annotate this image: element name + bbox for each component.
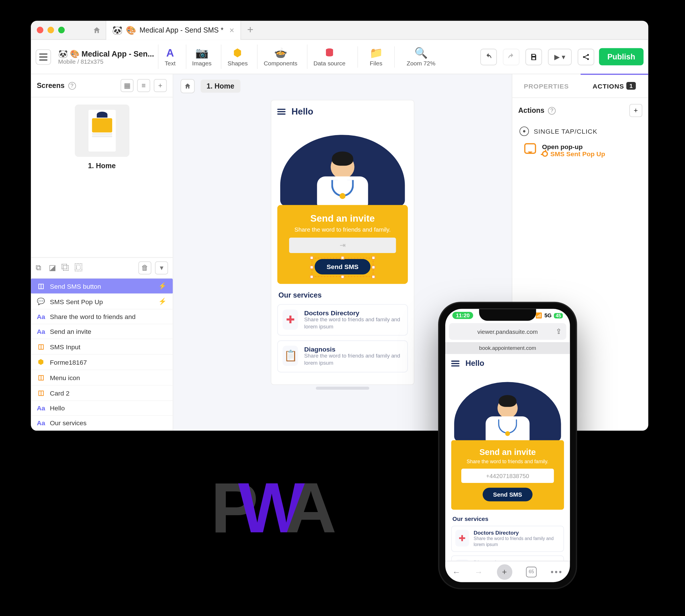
layer-row[interactable]: AaOur services [31, 416, 173, 431]
layer-label: SMS Input [50, 343, 81, 350]
popup-icon [524, 143, 536, 154]
share-button[interactable] [578, 48, 594, 65]
layer-label: SMS Sent Pop Up [50, 298, 103, 305]
add-action-button[interactable]: + [629, 104, 642, 117]
layer-row[interactable]: ◫Menu icon [31, 370, 173, 386]
hero-illustration [451, 370, 564, 441]
list-view-button[interactable]: ≡ [137, 79, 150, 92]
invite-title: Send an invite [284, 213, 401, 224]
menu-icon[interactable] [451, 360, 459, 367]
layer-menu-button[interactable]: ▾ [155, 261, 168, 274]
document-title: 🐼 🎨 Medical App - Sen... [58, 49, 154, 58]
save-button[interactable] [525, 48, 542, 65]
main-toolbar: 🐼 🎨 Medical App - Sen... Mobile / 812x37… [31, 40, 648, 74]
help-icon[interactable]: ? [548, 107, 556, 114]
play-button[interactable]: ▶ ▾ [548, 48, 572, 65]
document-tab[interactable]: 🐼 🎨 Medical App - Send SMS * × [106, 21, 241, 40]
invite-card: Send an invite Share the word to friends… [277, 205, 408, 284]
more-button[interactable]: ••• [551, 567, 563, 576]
bowl-icon: 🍲 [275, 47, 287, 59]
sms-input[interactable]: ⇥ [289, 238, 396, 253]
back-button[interactable]: ← [452, 567, 460, 576]
home-tab-button[interactable] [87, 21, 107, 40]
screens-panel-title: Screens [37, 81, 65, 90]
invite-subtitle: Share the word to friends and family. [284, 226, 401, 233]
share-icon[interactable]: ⇪ [556, 327, 562, 335]
tabs-button[interactable]: 65 [526, 566, 536, 577]
forward-button[interactable]: → [474, 567, 483, 576]
new-tab-button[interactable]: + [497, 564, 512, 579]
hello-heading: Hello [465, 359, 484, 368]
tool-shapes[interactable]: Shapes [221, 45, 253, 69]
service-card[interactable]: ✚ Doctors Directory Share the word to fr… [451, 526, 564, 551]
scroll-indicator[interactable] [316, 387, 369, 390]
design-canvas[interactable]: Hello Send an invite Share the word to f… [271, 101, 414, 384]
publish-button[interactable]: Publish [599, 48, 644, 65]
breadcrumb-home[interactable] [180, 79, 195, 93]
browser-toolbar: ← → + 65 ••• [445, 561, 570, 582]
tab-properties[interactable]: PROPERTIES [512, 74, 580, 97]
grid-view-button[interactable]: ▦ [120, 79, 134, 92]
tap-icon [520, 127, 529, 136]
pwa-logo: P W A [211, 466, 329, 548]
main-menu-button[interactable] [36, 49, 51, 65]
document-title-block: 🐼 🎨 Medical App - Sen... Mobile / 812x37… [58, 49, 154, 65]
phone-network-label: 5G [545, 312, 552, 318]
layer-label: Hello [50, 404, 65, 412]
tool-text[interactable]: A Text [158, 45, 182, 69]
service-card[interactable]: 📋 Diagnosis Share the word to friends an… [277, 341, 408, 372]
close-tab-icon[interactable]: × [229, 25, 234, 35]
left-sidebar: Screens ? ▦ ≡ + 1. Home [31, 74, 173, 431]
layer-row[interactable]: AaSend an invite [31, 325, 173, 339]
browser-url-bar[interactable]: viewer.pandasuite.com ⇪ [449, 323, 566, 340]
help-icon[interactable]: ? [68, 82, 76, 89]
add-screen-button[interactable]: + [154, 79, 167, 92]
service-card[interactable]: 📋 Diagnosis Share the word to friends an… [451, 555, 564, 561]
actions-section-title: Actions [518, 106, 545, 114]
paste-icon[interactable]: ⿻ [62, 263, 71, 272]
phone-battery-icon: 45 [554, 313, 563, 318]
new-tab-button[interactable]: + [241, 24, 260, 36]
copy-icon[interactable]: ⧉ [36, 263, 45, 272]
tool-images[interactable]: 📷 Images [185, 45, 218, 69]
layer-row[interactable]: AaHello [31, 401, 173, 416]
maximize-window-icon[interactable] [58, 27, 65, 34]
service-card[interactable]: ✚ Doctors Directory Share the word to fr… [277, 304, 408, 336]
layer-row[interactable]: AaShare the word to friends and [31, 310, 173, 325]
minimize-window-icon[interactable] [47, 27, 54, 34]
layers-panel: ⧉ ◪ ⿻ ⿴ 🗑 ▾ ◫Send SMS button⚡💬SMS Sent P… [31, 257, 173, 431]
close-window-icon[interactable] [37, 27, 43, 34]
send-sms-button[interactable]: Send SMS [482, 488, 533, 502]
layer-icon[interactable]: ◪ [49, 263, 58, 272]
breadcrumb-current[interactable]: 1. Home [201, 80, 240, 93]
undo-button[interactable] [480, 48, 497, 65]
action-name: Open pop-up [542, 143, 605, 150]
phone-number-input[interactable]: +442071838750 [461, 469, 554, 483]
layer-row[interactable]: ⬢Forme18167 [31, 355, 173, 370]
layer-row[interactable]: ◫Card 2 [31, 386, 173, 401]
document-subtitle: Mobile / 812x375 [58, 58, 154, 65]
layer-row[interactable]: ◫Send SMS button⚡ [31, 279, 173, 294]
redo-button[interactable] [503, 48, 520, 65]
tool-datasource[interactable]: Data source [307, 45, 351, 69]
screen-label: 1. Home [88, 162, 116, 170]
layer-label: Our services [50, 419, 87, 426]
zoom-control[interactable]: 🔍 Zoom 72% [401, 45, 441, 69]
screen-thumbnail[interactable] [74, 105, 129, 157]
phone-mockup: 11:20 📶 5G 45 viewer.pandasuite.com ⇪ bo… [439, 303, 576, 588]
tool-components[interactable]: 🍲 Components [257, 45, 303, 69]
action-target: SMS Sent Pop Up [550, 150, 605, 157]
tab-actions[interactable]: ACTIONS1 [580, 74, 648, 97]
send-sms-button[interactable]: Send SMS [315, 259, 370, 274]
delete-layer-button[interactable]: 🗑 [138, 261, 152, 274]
layer-row[interactable]: 💬SMS Sent Pop Up⚡ [31, 294, 173, 310]
layer-row[interactable]: ◫SMS Input [31, 339, 173, 355]
actions-count-badge: 1 [626, 82, 636, 90]
duplicate-icon[interactable]: ⿴ [75, 263, 84, 272]
gesture-row[interactable]: SINGLE TAP/CLICK [520, 123, 641, 140]
database-icon [323, 47, 335, 59]
action-item[interactable]: Open pop-up SMS Sent Pop Up [524, 143, 641, 157]
status-time: 11:20 [452, 312, 473, 319]
tool-files[interactable]: 📁 Files [364, 45, 388, 69]
hero-illustration [277, 120, 408, 206]
